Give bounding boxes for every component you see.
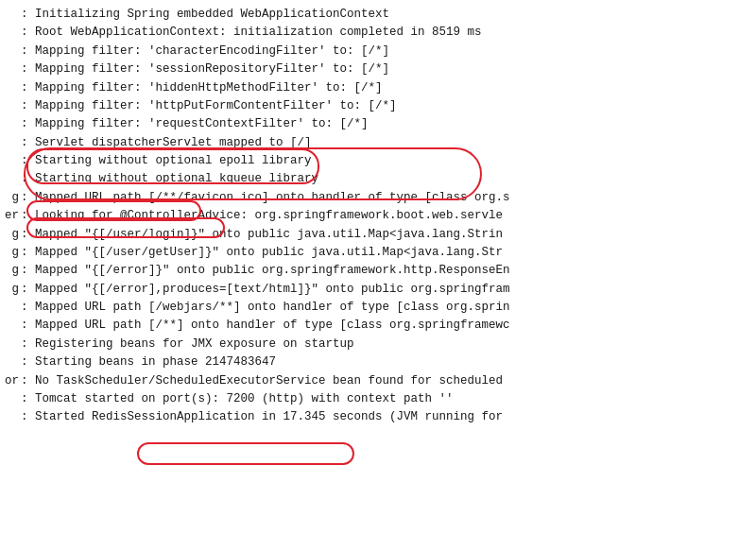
log-line: : Mapped URL path [/**] onto handler of … (4, 317, 752, 335)
log-line: : Mapped URL path [/webjars/**] onto han… (4, 299, 752, 317)
log-line-text: : Mapped "{[/error],produces=[text/html]… (21, 281, 510, 299)
log-line-prefix (4, 60, 21, 78)
log-line-prefix (4, 6, 21, 24)
log-line-text: : Mapping filter: 'hiddenHttpMethodFilte… (21, 79, 383, 97)
log-line-prefix (4, 97, 21, 115)
log-line-prefix: g (4, 262, 21, 280)
log-line-prefix (4, 390, 21, 408)
log-line: : Mapping filter: 'sessionRepositoryFilt… (4, 60, 752, 78)
log-line-prefix: g (4, 226, 21, 244)
log-line: : Registering beans for JMX exposure on … (4, 336, 752, 353)
log-line-prefix (4, 134, 21, 152)
log-line-text: : Mapping filter: 'requestContextFilter'… (21, 115, 369, 133)
log-line: er: Looking for @ControllerAdvice: org.s… (4, 207, 752, 225)
log-line-text: : Mapped URL path [/webjars/**] onto han… (21, 299, 510, 317)
log-line-prefix (4, 79, 21, 97)
log-line-prefix: g (4, 244, 21, 262)
log-line: : Started RedisSessionApplication in 17.… (4, 408, 752, 426)
log-line-text: : Root WebApplicationContext: initializa… (21, 24, 482, 42)
log-line-prefix (4, 317, 21, 335)
log-line: : Mapping filter: 'requestContextFilter'… (4, 115, 752, 133)
log-line-prefix: g (4, 189, 21, 207)
log-line-text: : Mapped "{[/user/login]}" onto public j… (21, 226, 503, 244)
log-line-text: : Starting without optional epoll librar… (21, 152, 312, 170)
log-line-prefix (4, 336, 21, 353)
log-line: g: Mapped "{[/error],produces=[text/html… (4, 281, 752, 299)
log-line-text: : Started RedisSessionApplication in 17.… (21, 408, 503, 426)
log-container: : Initializing Spring embedded WebApplic… (0, 0, 756, 534)
log-line: : Initializing Spring embedded WebApplic… (4, 6, 752, 24)
log-line-text: : Starting beans in phase 2147483647 (21, 353, 276, 371)
log-line-prefix (4, 408, 21, 426)
log-line: : Servlet dispatcherServlet mapped to [/… (4, 134, 752, 152)
log-line-text: : Mapping filter: 'sessionRepositoryFilt… (21, 60, 389, 78)
log-line-text: : Tomcat started on port(s): 7200 (http)… (21, 390, 454, 408)
log-line: : Mapping filter: 'characterEncodingFilt… (4, 43, 752, 60)
log-line-text: : Mapping filter: 'httpPutFormContentFil… (21, 97, 397, 115)
circle-scheduled-executor (137, 442, 354, 465)
log-line-prefix: g (4, 281, 21, 299)
log-line-prefix: er (4, 207, 21, 225)
log-line-text: : Mapped URL path [/**/favicon.ico] onto… (21, 189, 510, 207)
log-line: g: Mapped "{[/user/login]}" onto public … (4, 226, 752, 244)
log-line-text: : Mapped "{[/error]}" onto public org.sp… (21, 262, 510, 280)
log-line-text: : Servlet dispatcherServlet mapped to [/… (21, 134, 312, 152)
log-line-text: : Starting without optional kqueue libra… (21, 170, 318, 188)
log-line: g: Mapped URL path [/**/favicon.ico] ont… (4, 189, 752, 207)
log-line: or: No TaskScheduler/ScheduledExecutorSe… (4, 372, 752, 390)
log-line-prefix (4, 353, 21, 371)
log-line: : Mapping filter: 'httpPutFormContentFil… (4, 97, 752, 115)
log-line: : Root WebApplicationContext: initializa… (4, 24, 752, 42)
log-line-prefix: or (4, 372, 21, 390)
log-line: g: Mapped "{[/error]}" onto public org.s… (4, 262, 752, 280)
log-line-prefix (4, 152, 21, 170)
log-line: : Tomcat started on port(s): 7200 (http)… (4, 390, 752, 408)
log-line-text: : Mapped URL path [/**] onto handler of … (21, 317, 510, 335)
log-line-prefix (4, 24, 21, 42)
log-line: g: Mapped "{[/user/getUser]}" onto publi… (4, 244, 752, 262)
log-line: : Starting without optional kqueue libra… (4, 170, 752, 188)
log-line-text: : Looking for @ControllerAdvice: org.spr… (21, 207, 503, 225)
log-line-prefix (4, 43, 21, 60)
log-line: : Starting beans in phase 2147483647 (4, 353, 752, 371)
log-line-text: : Initializing Spring embedded WebApplic… (21, 6, 389, 24)
log-line-text: : Registering beans for JMX exposure on … (21, 336, 354, 353)
log-lines: : Initializing Spring embedded WebApplic… (4, 6, 752, 427)
log-line-prefix (4, 299, 21, 317)
log-line-text: : No TaskScheduler/ScheduledExecutorServ… (21, 372, 503, 390)
log-line-text: : Mapped "{[/user/getUser]}" onto public… (21, 244, 503, 262)
log-line-prefix (4, 170, 21, 188)
log-line-prefix (4, 115, 21, 133)
log-line: : Mapping filter: 'hiddenHttpMethodFilte… (4, 79, 752, 97)
log-line-text: : Mapping filter: 'characterEncodingFilt… (21, 43, 389, 60)
log-line: : Starting without optional epoll librar… (4, 152, 752, 170)
